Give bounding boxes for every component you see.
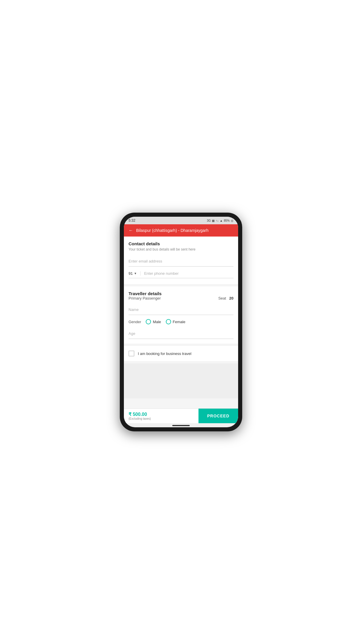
email-input[interactable]	[129, 256, 233, 267]
traveller-details-section: Traveller details Primary Passenger Seat…	[124, 286, 238, 344]
seat-number: 20	[229, 296, 233, 300]
gender-female-option[interactable]: Female	[166, 319, 185, 324]
contact-details-title: Contact details	[129, 241, 233, 246]
phone-input[interactable]	[140, 271, 233, 276]
wifi-icon: ▦	[212, 219, 215, 222]
scroll-content: Contact details Your ticket and bus deta…	[124, 237, 238, 408]
gender-female-label: Female	[173, 320, 185, 324]
network-icon: 3G	[207, 219, 211, 222]
price-section: ₹ 500.00 (Excluding taxes)	[124, 409, 198, 423]
passenger-row: Primary Passenger Seat 20	[129, 296, 233, 300]
price-amount: ₹ 500.00	[129, 412, 194, 417]
business-travel-checkbox[interactable]	[129, 351, 134, 356]
signal-icon: ▲	[220, 219, 223, 222]
traveller-details-title: Traveller details	[129, 291, 233, 296]
home-indicator	[172, 425, 190, 426]
bottom-bar: ₹ 500.00 (Excluding taxes) PROCEED	[124, 408, 238, 423]
business-travel-row[interactable]: I am booking for business travel	[129, 351, 233, 356]
eye-icon: ◎	[231, 219, 233, 222]
gray-filler	[124, 363, 238, 398]
gender-row: Gender Male Female	[129, 319, 233, 324]
status-bar: 5:32 3G ▦ ↑↓ ▲ 85% ◎	[124, 217, 238, 224]
business-travel-label: I am booking for business travel	[138, 351, 191, 356]
name-input[interactable]	[129, 304, 233, 315]
gender-female-radio[interactable]	[166, 319, 171, 324]
seat-info: Seat 20	[218, 296, 233, 300]
header-bar: ← Bilaspur (chhattisgarh) - Dharamjaygar…	[124, 224, 238, 237]
gender-male-option[interactable]: Male	[146, 319, 161, 324]
gender-male-radio[interactable]	[146, 319, 151, 324]
phone-screen: 5:32 3G ▦ ↑↓ ▲ 85% ◎ ← Bilaspur (chhatti…	[124, 217, 238, 427]
battery-icon: 85%	[224, 219, 230, 222]
contact-details-section: Contact details Your ticket and bus deta…	[124, 237, 238, 284]
dropdown-arrow-icon: ▼	[134, 272, 137, 275]
business-travel-section: I am booking for business travel	[124, 346, 238, 361]
status-time: 5:32	[129, 218, 135, 223]
passenger-label: Primary Passenger	[129, 296, 161, 300]
contact-details-subtitle: Your ticket and bus details will be sent…	[129, 247, 233, 251]
lte-icon: ↑↓	[216, 219, 219, 222]
proceed-button[interactable]: PROCEED	[198, 409, 238, 423]
country-code-selector[interactable]: 91 ▼	[129, 271, 140, 276]
phone-row: 91 ▼	[129, 271, 233, 278]
header-title: Bilaspur (chhattisgarh) - Dharamjaygarh	[136, 228, 208, 233]
seat-label: Seat	[218, 296, 226, 300]
gender-label: Gender	[129, 320, 141, 324]
gender-male-label: Male	[153, 320, 161, 324]
price-note: (Excluding taxes)	[129, 417, 194, 420]
country-code-value: 91	[129, 271, 133, 276]
phone-frame: 5:32 3G ▦ ↑↓ ▲ 85% ◎ ← Bilaspur (chhatti…	[120, 213, 242, 431]
age-input[interactable]	[129, 328, 233, 339]
status-icons: 3G ▦ ↑↓ ▲ 85% ◎	[207, 219, 233, 222]
back-button[interactable]: ←	[129, 228, 133, 233]
